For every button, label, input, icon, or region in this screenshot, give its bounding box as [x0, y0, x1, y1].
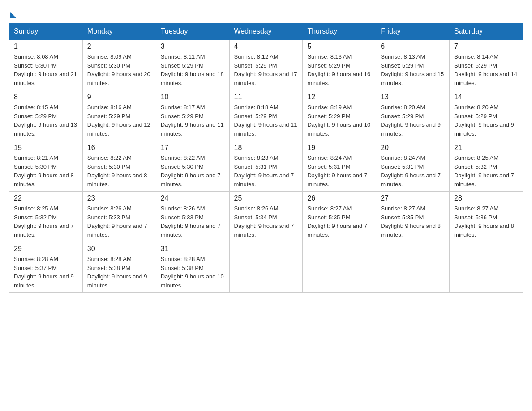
sunrise: Sunrise: 8:20 AM	[381, 104, 425, 111]
day-number: 6	[381, 43, 445, 51]
daylight: Daylight: 9 hours and 21 minutes.	[14, 71, 77, 86]
day-number: 24	[161, 194, 225, 202]
day-info: Sunrise: 8:22 AM Sunset: 5:30 PM Dayligh…	[161, 154, 225, 188]
daylight: Daylight: 9 hours and 7 minutes.	[234, 223, 294, 238]
sunrise: Sunrise: 8:13 AM	[381, 53, 425, 60]
sunset: Sunset: 5:29 PM	[161, 62, 204, 69]
calendar-cell: 20 Sunrise: 8:24 AM Sunset: 5:31 PM Dayl…	[376, 141, 450, 192]
day-info: Sunrise: 8:08 AM Sunset: 5:30 PM Dayligh…	[14, 52, 78, 87]
calendar-table: Sunday Monday Tuesday Wednesday Thursday…	[9, 23, 523, 293]
day-info: Sunrise: 8:24 AM Sunset: 5:31 PM Dayligh…	[381, 154, 445, 188]
day-number: 30	[87, 245, 151, 253]
daylight: Daylight: 9 hours and 9 minutes.	[87, 273, 147, 289]
day-number: 10	[161, 93, 225, 101]
daylight: Daylight: 9 hours and 12 minutes.	[87, 121, 150, 137]
sunset: Sunset: 5:35 PM	[381, 214, 424, 221]
sunrise: Sunrise: 8:22 AM	[161, 154, 205, 161]
day-info: Sunrise: 8:13 AM Sunset: 5:29 PM Dayligh…	[381, 52, 445, 87]
daylight: Daylight: 9 hours and 20 minutes.	[87, 71, 150, 86]
day-number: 21	[454, 144, 518, 152]
daylight: Daylight: 9 hours and 8 minutes.	[381, 223, 441, 238]
sunset: Sunset: 5:34 PM	[234, 214, 277, 221]
daylight: Daylight: 9 hours and 9 minutes.	[14, 273, 74, 289]
day-info: Sunrise: 8:13 AM Sunset: 5:29 PM Dayligh…	[307, 52, 371, 87]
calendar-week-row: 8 Sunrise: 8:15 AM Sunset: 5:29 PM Dayli…	[9, 90, 523, 141]
logo	[9, 9, 16, 16]
day-number: 28	[454, 194, 518, 202]
day-number: 7	[454, 43, 518, 51]
day-number: 12	[307, 93, 371, 101]
header-wednesday: Wednesday	[229, 24, 303, 40]
calendar-cell: 9 Sunrise: 8:16 AM Sunset: 5:29 PM Dayli…	[82, 90, 156, 141]
header-sunday: Sunday	[9, 24, 83, 40]
sunrise: Sunrise: 8:24 AM	[381, 154, 425, 161]
calendar-header-row: Sunday Monday Tuesday Wednesday Thursday…	[9, 24, 523, 40]
daylight: Daylight: 9 hours and 16 minutes.	[307, 71, 370, 86]
day-info: Sunrise: 8:15 AM Sunset: 5:29 PM Dayligh…	[14, 103, 78, 138]
sunrise: Sunrise: 8:18 AM	[234, 104, 279, 111]
calendar-body: 1 Sunrise: 8:08 AM Sunset: 5:30 PM Dayli…	[9, 39, 523, 293]
calendar-cell: 13 Sunrise: 8:20 AM Sunset: 5:29 PM Dayl…	[376, 90, 450, 141]
sunrise: Sunrise: 8:16 AM	[87, 104, 132, 111]
sunrise: Sunrise: 8:12 AM	[234, 53, 279, 60]
calendar-cell	[229, 242, 303, 293]
calendar-cell: 17 Sunrise: 8:22 AM Sunset: 5:30 PM Dayl…	[156, 141, 229, 192]
daylight: Daylight: 9 hours and 9 minutes.	[454, 121, 514, 137]
sunrise: Sunrise: 8:17 AM	[161, 104, 205, 111]
calendar-cell: 26 Sunrise: 8:27 AM Sunset: 5:35 PM Dayl…	[303, 192, 376, 242]
day-info: Sunrise: 8:28 AM Sunset: 5:38 PM Dayligh…	[87, 255, 151, 290]
calendar-cell: 1 Sunrise: 8:08 AM Sunset: 5:30 PM Dayli…	[9, 39, 83, 90]
sunset: Sunset: 5:38 PM	[161, 265, 204, 271]
daylight: Daylight: 9 hours and 8 minutes.	[454, 223, 514, 238]
sunrise: Sunrise: 8:22 AM	[87, 154, 132, 161]
daylight: Daylight: 9 hours and 7 minutes.	[307, 172, 367, 188]
day-number: 31	[161, 245, 225, 253]
calendar-cell: 10 Sunrise: 8:17 AM Sunset: 5:29 PM Dayl…	[156, 90, 229, 141]
day-number: 23	[87, 194, 151, 202]
sunrise: Sunrise: 8:26 AM	[87, 205, 132, 212]
calendar-cell: 30 Sunrise: 8:28 AM Sunset: 5:38 PM Dayl…	[82, 242, 156, 293]
sunset: Sunset: 5:31 PM	[234, 163, 277, 170]
sunrise: Sunrise: 8:20 AM	[454, 104, 498, 111]
day-number: 8	[14, 93, 78, 101]
day-info: Sunrise: 8:23 AM Sunset: 5:31 PM Dayligh…	[234, 154, 298, 188]
sunset: Sunset: 5:30 PM	[161, 163, 204, 170]
daylight: Daylight: 9 hours and 10 minutes.	[161, 273, 224, 289]
sunrise: Sunrise: 8:08 AM	[14, 53, 58, 60]
calendar-cell: 28 Sunrise: 8:27 AM Sunset: 5:36 PM Dayl…	[450, 192, 523, 242]
day-number: 29	[14, 245, 78, 253]
sunrise: Sunrise: 8:27 AM	[454, 205, 498, 212]
sunset: Sunset: 5:37 PM	[14, 265, 57, 271]
sunrise: Sunrise: 8:28 AM	[161, 256, 205, 262]
calendar-cell: 29 Sunrise: 8:28 AM Sunset: 5:37 PM Dayl…	[9, 242, 83, 293]
calendar-cell: 22 Sunrise: 8:25 AM Sunset: 5:32 PM Dayl…	[9, 192, 83, 242]
day-info: Sunrise: 8:24 AM Sunset: 5:31 PM Dayligh…	[307, 154, 371, 188]
calendar-cell: 5 Sunrise: 8:13 AM Sunset: 5:29 PM Dayli…	[303, 39, 376, 90]
sunrise: Sunrise: 8:26 AM	[234, 205, 279, 212]
calendar-cell: 2 Sunrise: 8:09 AM Sunset: 5:30 PM Dayli…	[82, 39, 156, 90]
day-number: 19	[307, 144, 371, 152]
sunrise: Sunrise: 8:23 AM	[234, 154, 279, 161]
day-info: Sunrise: 8:19 AM Sunset: 5:29 PM Dayligh…	[307, 103, 371, 138]
calendar-week-row: 1 Sunrise: 8:08 AM Sunset: 5:30 PM Dayli…	[9, 39, 523, 90]
page-header	[9, 9, 523, 16]
daylight: Daylight: 9 hours and 17 minutes.	[234, 71, 297, 86]
sunset: Sunset: 5:31 PM	[307, 163, 350, 170]
sunrise: Sunrise: 8:21 AM	[14, 154, 58, 161]
day-number: 15	[14, 144, 78, 152]
daylight: Daylight: 9 hours and 7 minutes.	[307, 223, 367, 238]
sunset: Sunset: 5:33 PM	[161, 214, 204, 221]
header-thursday: Thursday	[303, 24, 376, 40]
logo-triangle-icon	[10, 12, 16, 18]
calendar-cell: 18 Sunrise: 8:23 AM Sunset: 5:31 PM Dayl…	[229, 141, 303, 192]
day-info: Sunrise: 8:26 AM Sunset: 5:33 PM Dayligh…	[87, 204, 151, 239]
daylight: Daylight: 9 hours and 14 minutes.	[454, 71, 517, 86]
daylight: Daylight: 9 hours and 7 minutes.	[14, 223, 74, 238]
day-info: Sunrise: 8:22 AM Sunset: 5:30 PM Dayligh…	[87, 154, 151, 188]
daylight: Daylight: 9 hours and 9 minutes.	[381, 121, 441, 137]
day-number: 2	[87, 43, 151, 51]
sunrise: Sunrise: 8:15 AM	[14, 104, 58, 111]
day-number: 3	[161, 43, 225, 51]
calendar-week-row: 22 Sunrise: 8:25 AM Sunset: 5:32 PM Dayl…	[9, 192, 523, 242]
calendar-week-row: 29 Sunrise: 8:28 AM Sunset: 5:37 PM Dayl…	[9, 242, 523, 293]
